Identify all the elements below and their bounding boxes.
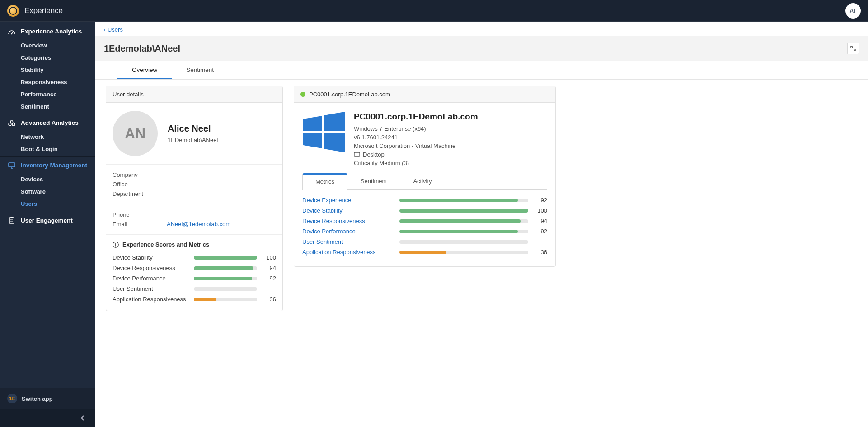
topbar: Experience AT (0, 0, 868, 22)
sidebar-section-inventory-management[interactable]: Inventory Management (0, 157, 95, 173)
expand-icon (850, 46, 856, 51)
page-header: 1Edemolab\ANeel (95, 36, 868, 61)
metric-name: Device Responsiveness (113, 265, 194, 271)
office-label: Office (113, 181, 167, 188)
metric-row: Device Stability100 (302, 205, 547, 216)
metric-name[interactable]: User Sentiment (302, 238, 399, 245)
email-label: Email (113, 221, 167, 228)
device-fqdn-header: PC0001.corp.1EDemoLab.com (309, 91, 390, 98)
sidebar-item-users[interactable]: Users (0, 198, 95, 210)
sidebar-item-categories[interactable]: Categories (0, 52, 95, 64)
metric-row: Application Responsiveness36 (302, 247, 547, 257)
metric-name[interactable]: Application Responsiveness (302, 249, 399, 256)
metric-value: 92 (534, 197, 547, 204)
metric-bar (399, 209, 528, 213)
device-sub-tabs: MetricsSentimentActivity (294, 173, 555, 189)
metric-bar (194, 277, 257, 280)
metric-value: 36 (534, 249, 547, 256)
metric-row: Device Responsiveness94 (302, 216, 547, 226)
sidebar-item-stability[interactable]: Stability (0, 64, 95, 76)
metric-value: 36 (263, 296, 276, 303)
chevron-left-icon (80, 415, 85, 421)
metric-row: User Sentiment— (302, 237, 547, 247)
metric-name[interactable]: Device Experience (302, 197, 399, 204)
user-avatar[interactable]: AT (845, 3, 861, 19)
breadcrumb: ‹ Users (95, 22, 868, 36)
windows-logo-icon (302, 112, 346, 152)
scores-title: Experience Scores and Metrics (122, 241, 209, 248)
device-tab-sentiment[interactable]: Sentiment (347, 173, 400, 189)
svg-marker-11 (303, 133, 322, 148)
metric-bar (194, 298, 257, 301)
expand-button[interactable] (847, 43, 859, 54)
metric-bar (399, 251, 528, 254)
sidebar-section-advanced-analytics[interactable]: Advanced Analytics (0, 115, 95, 131)
tab-sentiment[interactable]: Sentiment (172, 61, 228, 79)
sidebar-item-software[interactable]: Software (0, 185, 95, 198)
metric-name: User Sentiment (113, 285, 194, 292)
metric-name[interactable]: Device Responsiveness (302, 218, 399, 224)
user-name: Alice Neel (168, 123, 218, 134)
metric-value: 92 (263, 275, 276, 282)
metric-name[interactable]: Device Performance (302, 228, 399, 235)
sidebar-section-user-engagement[interactable]: User Engagement (0, 212, 95, 228)
svg-rect-8 (115, 244, 116, 247)
breadcrumb-parent-link[interactable]: ‹ Users (104, 26, 123, 33)
sidebar-item-responsiveness[interactable]: Responsiveness (0, 76, 95, 88)
metric-value: 94 (263, 265, 276, 271)
metric-row: Device Stability100 (113, 252, 276, 263)
svg-rect-4 (9, 218, 14, 223)
metric-row: User Sentiment— (113, 284, 276, 294)
metric-row: Device Performance92 (113, 273, 276, 284)
metric-value: — (263, 285, 276, 292)
email-link[interactable]: ANeel@1edemolab.com (167, 221, 230, 228)
info-icon (113, 242, 119, 248)
sidebar-item-network[interactable]: Network (0, 131, 95, 143)
sidebar-section-experience-analytics[interactable]: Experience Analytics (0, 24, 95, 39)
device-os: Windows 7 Enterprise (x64) (354, 124, 478, 133)
device-fqdn: PC0001.corp.1EDemoLab.com (354, 112, 478, 122)
svg-marker-9 (303, 116, 322, 131)
phone-label: Phone (113, 211, 167, 218)
dashboard-icon (7, 28, 16, 35)
page-title: 1Edemolab\ANeel (104, 43, 180, 54)
svg-marker-12 (324, 133, 345, 152)
metric-name: Device Stability (113, 254, 194, 261)
metric-value: 100 (534, 207, 547, 214)
metric-row: Device Experience92 (302, 195, 547, 205)
sidebar-item-sentiment[interactable]: Sentiment (0, 100, 95, 113)
device-tab-activity[interactable]: Activity (400, 173, 445, 189)
switch-app-label: Switch app (22, 395, 53, 402)
metric-bar (399, 230, 528, 233)
sidebar-item-devices[interactable]: Devices (0, 173, 95, 185)
svg-rect-5 (11, 217, 13, 218)
metric-value: — (534, 238, 547, 245)
user-details-card: User details AN Alice Neel 1EDemoLab\ANe… (106, 86, 283, 311)
svg-rect-13 (354, 152, 360, 156)
main-tabs: OverviewSentiment (95, 61, 868, 80)
sidebar-collapse-button[interactable] (0, 409, 95, 427)
sidebar-item-overview[interactable]: Overview (0, 39, 95, 52)
tab-overview[interactable]: Overview (117, 61, 172, 79)
metric-value: 92 (534, 228, 547, 235)
sidebar: Experience AnalyticsOverviewCategoriesSt… (0, 22, 95, 427)
device-criticality: Criticality Medium (3) (354, 159, 478, 167)
metric-bar (399, 219, 528, 223)
device-card-header: PC0001.corp.1EDemoLab.com (294, 86, 555, 103)
sidebar-item-boot-login[interactable]: Boot & Login (0, 143, 95, 155)
metric-name[interactable]: Device Stability (302, 207, 399, 214)
department-label: Department (113, 190, 167, 197)
metric-row: Device Performance92 (302, 226, 547, 237)
svg-marker-10 (324, 112, 345, 131)
device-tab-metrics[interactable]: Metrics (302, 173, 347, 190)
binoculars-icon (7, 120, 16, 126)
chevron-left-icon: ‹ (104, 26, 108, 33)
switch-app-button[interactable]: 1E Switch app (0, 388, 95, 409)
user-domain: 1EDemoLab\ANeel (168, 137, 218, 143)
metric-bar (399, 240, 528, 244)
metric-row: Device Responsiveness94 (113, 263, 276, 273)
svg-rect-3 (9, 163, 15, 167)
metric-bar (194, 287, 257, 291)
sidebar-item-performance[interactable]: Performance (0, 88, 95, 100)
switch-app-icon: 1E (7, 394, 17, 403)
